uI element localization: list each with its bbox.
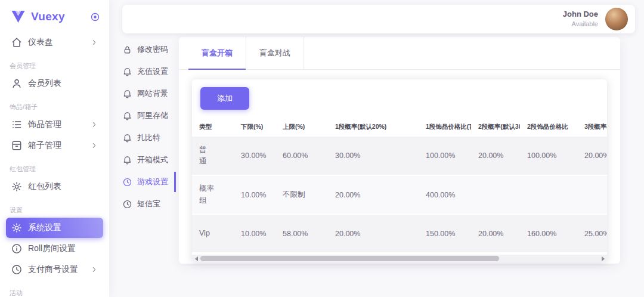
settings-item-change-password[interactable]: 修改密码 [122, 39, 176, 60]
sidebar-item-redpacket-list[interactable]: 红包列表 [6, 177, 103, 197]
cell-type: Vip [192, 214, 234, 253]
table-header-cell: 3段概率(默认40%) [577, 117, 607, 137]
settings-item-game-settings[interactable]: 游戏设置 [122, 172, 176, 192]
chevron-right-icon [90, 141, 98, 150]
sidebar-section-decoration: 饰品/箱子 [10, 103, 100, 112]
cell-seg2-price-ratio [520, 175, 577, 214]
settings-item-recharge[interactable]: 充值设置 [122, 61, 176, 82]
settings-item-ali-storage[interactable]: 阿里存储 [122, 106, 176, 126]
settings-item-label: 阿里存储 [137, 110, 168, 121]
table-head: 类型下限(%)上限(%)1段概率(默认20%)1段饰品价格比(盲盒价格*比例)2… [192, 117, 607, 137]
table-panel: 添加 类型下限(%)上限(%)1段概率(默认20%)1段饰品价格比(盲盒价格*比… [192, 79, 607, 262]
scrollbar-thumb[interactable] [200, 256, 499, 261]
sidebar-item-dashboard[interactable]: 仪表盘 [6, 32, 103, 52]
sidebar-item-label: Roll房间设置 [28, 243, 98, 254]
tab-label: 盲盒对战 [259, 48, 290, 58]
chevron-right-icon [90, 265, 98, 274]
list-icon [11, 119, 23, 131]
settings-item-label: 扎比特 [137, 132, 160, 143]
settings-item-sms-bao[interactable]: 短信宝 [122, 194, 176, 214]
info-circle-icon [11, 243, 23, 255]
sidebar-item-payment-merchant-settings[interactable]: 支付商号设置 [6, 259, 103, 280]
bell-icon [122, 111, 132, 121]
sidebar-section-activity: 活动 [10, 289, 100, 297]
user-name: John Doe [563, 10, 598, 20]
sidebar-item-roll-room-settings[interactable]: Roll房间设置 [6, 239, 103, 259]
cell-seg2-price-ratio: 100.00% [520, 137, 577, 175]
table-row: 普 通 30.00% 60.00% 30.00% 100.00% 20.00% … [192, 137, 607, 175]
table-row: 概率 组 10.00% 不限制 20.00% 400.00% [192, 175, 607, 214]
top-bar: John Doe Available [122, 5, 635, 33]
settings-item-label: 充值设置 [137, 66, 168, 77]
sidebar-section-settings: 设置 [10, 206, 100, 215]
settings-item-label: 网站背景 [137, 88, 168, 99]
cell-lower-limit: 10.00% [234, 175, 275, 214]
sidebar-item-box-manage[interactable]: 箱子管理 [6, 135, 103, 156]
cell-seg3-probability: 25.00% [577, 214, 607, 253]
bell-icon [122, 67, 132, 77]
scroll-right-icon[interactable] [599, 255, 607, 262]
sidebar-nav: 仪表盘 会员管理 会员列表 饰品/箱子 饰品管理 [0, 32, 109, 297]
cell-seg3-probability [577, 175, 607, 214]
add-button[interactable]: 添加 [200, 87, 249, 110]
cell-type: 普 通 [192, 137, 234, 175]
table-header-row: 类型下限(%)上限(%)1段概率(默认20%)1段饰品价格比(盲盒价格*比例)2… [192, 117, 607, 137]
cell-seg2-probability [471, 175, 520, 214]
sidebar-item-decoration-manage[interactable]: 饰品管理 [6, 115, 103, 135]
cell-upper-limit: 58.00% [275, 214, 328, 253]
settings-item-site-background[interactable]: 网站背景 [122, 83, 176, 104]
settings-submenu: 修改密码 充值设置 网站背景 阿里存储 扎比特 开箱模式 游戏设置 [122, 39, 176, 216]
sidebar-item-label: 系统设置 [28, 222, 98, 233]
clock-icon [122, 177, 132, 187]
settings-item-label: 修改密码 [137, 44, 168, 55]
tab-blind-box-battle[interactable]: 盲盒对战 [246, 37, 304, 69]
sidebar-pin-toggle-icon[interactable] [89, 11, 101, 23]
clock-icon [122, 199, 132, 209]
cell-seg1-price-ratio: 400.00% [419, 175, 471, 214]
cell-type: 概率 组 [192, 175, 234, 214]
game-settings-table: 类型下限(%)上限(%)1段概率(默认20%)1段饰品价格比(盲盒价格*比例)2… [192, 117, 607, 253]
settings-item-label: 短信宝 [137, 199, 160, 209]
vuexy-logo-icon [11, 10, 26, 23]
table-header-cell: 类型 [192, 117, 234, 137]
tab-bar: 盲盒开箱 盲盒对战 [179, 37, 620, 70]
sidebar-item-label: 饰品管理 [28, 119, 85, 130]
clock-icon [11, 264, 23, 276]
cell-upper-limit: 60.00% [275, 137, 328, 175]
cell-seg3-probability: 20.00% [577, 137, 607, 175]
sidebar-item-label: 箱子管理 [28, 140, 85, 151]
sidebar-item-label: 红包列表 [28, 181, 98, 192]
tab-blind-box-open[interactable]: 盲盒开箱 [188, 37, 246, 69]
cell-seg1-price-ratio: 100.00% [419, 137, 471, 175]
user-status: Available [563, 20, 598, 28]
settings-item-zhabite[interactable]: 扎比特 [122, 128, 176, 148]
home-icon [11, 36, 23, 48]
user-avatar[interactable] [605, 8, 628, 30]
bell-icon [122, 133, 132, 143]
table-header-cell: 1段饰品价格比(盲盒价格*比例) [419, 117, 471, 137]
sidebar-item-label: 仪表盘 [28, 37, 85, 48]
table-toolbar: 添加 [192, 79, 607, 117]
bell-icon [122, 89, 132, 99]
scroll-left-icon[interactable] [192, 255, 200, 262]
user-icon [11, 78, 23, 89]
brand-header: Vuexy [0, 0, 109, 32]
box-icon [11, 140, 23, 151]
chevron-right-icon [90, 38, 98, 47]
table-header-cell: 下限(%) [234, 117, 275, 137]
horizontal-scrollbar[interactable] [192, 255, 607, 262]
tab-label: 盲盒开箱 [202, 48, 233, 58]
bell-icon [122, 155, 132, 165]
sidebar-section-redpacket: 红包管理 [10, 165, 100, 174]
sidebar-item-label: 会员列表 [28, 78, 98, 89]
cell-lower-limit: 30.00% [234, 137, 275, 175]
sidebar-item-system-settings[interactable]: 系统设置 [6, 218, 103, 238]
cell-seg1-probability: 30.00% [328, 137, 419, 175]
user-meta: John Doe Available [563, 10, 598, 28]
sidebar-item-member-list[interactable]: 会员列表 [6, 73, 103, 94]
table-header-cell: 2段饰品价格比 [520, 117, 577, 137]
settings-item-open-box-mode[interactable]: 开箱模式 [122, 150, 176, 170]
gear-icon [11, 181, 23, 193]
table-header-cell: 1段概率(默认20%) [328, 117, 419, 137]
table-header-cell: 2段概率(默认30%) [471, 117, 520, 137]
